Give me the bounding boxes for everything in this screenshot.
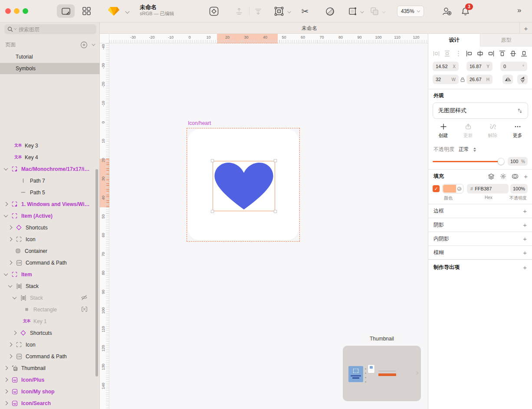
artboard-thumbnail[interactable]: Thumbnail bbox=[343, 346, 421, 401]
width-field[interactable]: 32 W bbox=[433, 75, 459, 84]
layer-row[interactable]: Shortcuts bbox=[0, 222, 100, 233]
fill-color-well[interactable] bbox=[442, 184, 463, 193]
create-style-button[interactable]: 创建 bbox=[431, 123, 456, 139]
layer-row[interactable]: 文本Key 1 bbox=[0, 315, 100, 327]
page-item-tutorial[interactable]: Tutorial bbox=[0, 51, 100, 62]
pages-collapse-chevron-icon[interactable] bbox=[92, 42, 95, 46]
selection-handle-tr[interactable] bbox=[274, 159, 277, 162]
selection-handle-bl[interactable] bbox=[211, 210, 214, 213]
canvas[interactable]: -30-20-100102030405060708090100110120 -4… bbox=[100, 34, 428, 409]
tab-design[interactable]: 设计 bbox=[428, 34, 480, 46]
layer-row[interactable]: Icon/Search bbox=[0, 397, 100, 409]
close-window-button[interactable] bbox=[5, 8, 11, 14]
layer-expand-chevron-icon[interactable] bbox=[13, 331, 17, 335]
add-section-icon[interactable]: + bbox=[523, 208, 527, 214]
layer-expand-chevron-icon[interactable] bbox=[4, 202, 8, 206]
thumbnail-artboard-label[interactable]: Thumbnail bbox=[366, 335, 398, 343]
scale-icon[interactable] bbox=[346, 0, 358, 23]
layer-style-select[interactable]: 无图层样式 bbox=[433, 102, 528, 119]
layer-row[interactable]: Icon bbox=[0, 339, 100, 350]
layer-row[interactable]: Icon/My shop bbox=[0, 386, 100, 397]
layer-collapse-chevron-icon[interactable] bbox=[8, 283, 13, 288]
scale-chevron-icon[interactable] bbox=[359, 0, 365, 23]
layer-expand-chevron-icon[interactable] bbox=[8, 343, 13, 347]
group-icon[interactable] bbox=[273, 0, 286, 23]
add-fill-icon[interactable]: + bbox=[524, 173, 528, 180]
zoom-window-button[interactable] bbox=[23, 8, 28, 14]
mask-x-icon[interactable] bbox=[81, 306, 88, 314]
layer-expand-chevron-icon[interactable] bbox=[8, 237, 13, 242]
layer-row[interactable]: 文本Key 4 bbox=[0, 151, 100, 163]
minimize-window-button[interactable] bbox=[14, 8, 20, 14]
layer-row[interactable]: Shortcuts bbox=[0, 327, 100, 339]
rotation-field[interactable]: 0 ° bbox=[500, 62, 527, 71]
layer-expand-chevron-icon[interactable] bbox=[4, 378, 8, 382]
layer-row[interactable]: Icon/Plus bbox=[0, 374, 100, 386]
invite-collaborator-icon[interactable] bbox=[440, 0, 453, 23]
opacity-value-field[interactable]: 100 % bbox=[508, 157, 528, 166]
eye-hidden-icon[interactable] bbox=[81, 294, 88, 302]
artboard-icon-heart[interactable]: Icon/heart bbox=[187, 128, 300, 242]
selection-handle-tl[interactable] bbox=[211, 159, 214, 162]
align-right-icon[interactable] bbox=[487, 50, 495, 59]
canvas-tab-title[interactable]: 未命名 bbox=[100, 23, 519, 34]
add-section-icon[interactable]: + bbox=[523, 249, 527, 256]
height-field[interactable]: 26.67 H bbox=[466, 75, 493, 84]
more-styles-button[interactable]: 更多 bbox=[505, 123, 530, 139]
layer-collapse-chevron-icon[interactable] bbox=[13, 295, 17, 299]
layer-expand-chevron-icon[interactable] bbox=[4, 366, 8, 370]
mask-icon[interactable] bbox=[324, 0, 336, 23]
insert-symbol-icon[interactable] bbox=[207, 0, 220, 23]
search-field[interactable] bbox=[4, 24, 96, 34]
layer-row[interactable]: Item bbox=[0, 268, 100, 280]
heart-layer[interactable] bbox=[213, 161, 275, 211]
layer-row[interactable]: Command & Path bbox=[0, 257, 100, 268]
layer-expand-chevron-icon[interactable] bbox=[4, 401, 8, 406]
align-middle-v-icon[interactable] bbox=[509, 50, 517, 59]
selection-handle-br[interactable] bbox=[274, 210, 277, 213]
layer-row[interactable]: Icon bbox=[0, 233, 100, 245]
fill-hex-field[interactable]: # FFB387 bbox=[467, 184, 509, 193]
cut-icon[interactable]: ✂ bbox=[299, 0, 311, 23]
fill-blend-icon[interactable] bbox=[512, 173, 519, 180]
flip-horizontal-button[interactable] bbox=[502, 75, 513, 84]
align-center-h-icon[interactable] bbox=[476, 50, 484, 59]
layer-expand-chevron-icon[interactable] bbox=[8, 261, 13, 265]
canvas-view-toggle[interactable] bbox=[57, 4, 75, 18]
add-page-icon[interactable] bbox=[80, 41, 88, 49]
layer-row[interactable]: Command & Path bbox=[0, 350, 100, 362]
layer-collapse-chevron-icon[interactable] bbox=[4, 272, 8, 276]
layer-row[interactable]: Stack bbox=[0, 280, 100, 292]
layer-row[interactable]: Path 5 bbox=[0, 187, 100, 198]
fill-enabled-checkbox[interactable]: ✓ bbox=[433, 185, 440, 192]
document-chevron-icon[interactable] bbox=[124, 0, 130, 23]
x-field[interactable]: 14.52 X bbox=[433, 62, 459, 71]
lock-ratio-icon[interactable] bbox=[459, 75, 466, 84]
search-input[interactable] bbox=[19, 26, 84, 33]
layer-row[interactable]: 1. Windows and Views/Wi… bbox=[0, 198, 100, 210]
add-section-icon[interactable]: + bbox=[523, 222, 527, 228]
layer-expand-chevron-icon[interactable] bbox=[8, 226, 13, 230]
blend-mode-stepper-icon[interactable] bbox=[473, 147, 476, 152]
layer-expand-chevron-icon[interactable] bbox=[4, 389, 8, 394]
opacity-slider-knob[interactable] bbox=[498, 158, 504, 165]
zoom-select[interactable]: 435% bbox=[397, 6, 424, 17]
align-top-icon[interactable] bbox=[499, 50, 506, 59]
align-bottom-icon[interactable] bbox=[520, 50, 528, 59]
add-tab-button[interactable]: + bbox=[519, 23, 532, 34]
grid-view-toggle[interactable] bbox=[79, 4, 94, 18]
blend-mode-value[interactable]: 正常 bbox=[459, 146, 469, 153]
artboard-label[interactable]: Icon/heart bbox=[188, 120, 211, 126]
fill-layers-icon[interactable] bbox=[488, 173, 495, 180]
layer-collapse-chevron-icon[interactable] bbox=[4, 166, 8, 170]
page-item-symbols[interactable]: Symbols bbox=[0, 63, 100, 74]
sidebar-scrollbar[interactable] bbox=[95, 169, 98, 376]
y-field[interactable]: 16.87 Y bbox=[466, 62, 493, 71]
add-export-icon[interactable]: + bbox=[523, 264, 527, 271]
flip-vertical-button[interactable] bbox=[517, 75, 528, 84]
layer-row[interactable]: Rectangle bbox=[0, 304, 100, 315]
layer-row[interactable]: 文本Key 3 bbox=[0, 140, 100, 151]
fill-color-swatch[interactable] bbox=[443, 185, 456, 193]
layer-collapse-chevron-icon[interactable] bbox=[4, 213, 8, 217]
layer-expand-chevron-icon[interactable] bbox=[8, 354, 13, 359]
